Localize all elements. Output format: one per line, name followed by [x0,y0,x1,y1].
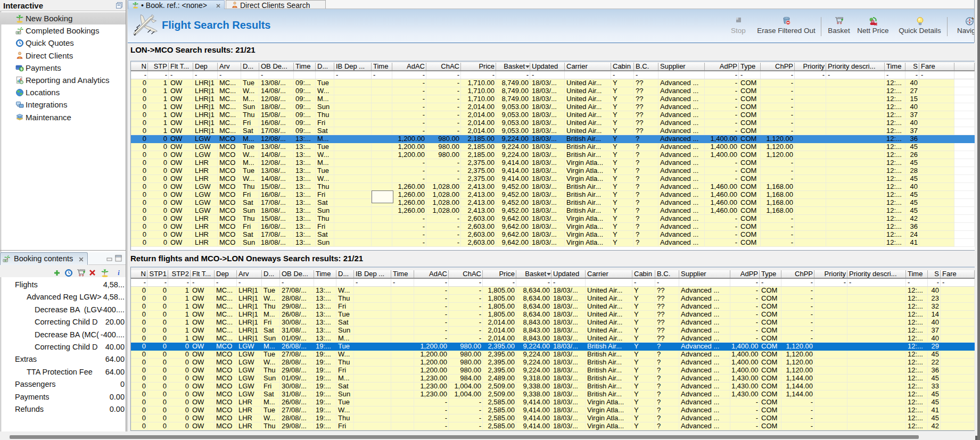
svg-text:i: i [118,269,120,276]
svg-text:$: $ [20,67,22,71]
